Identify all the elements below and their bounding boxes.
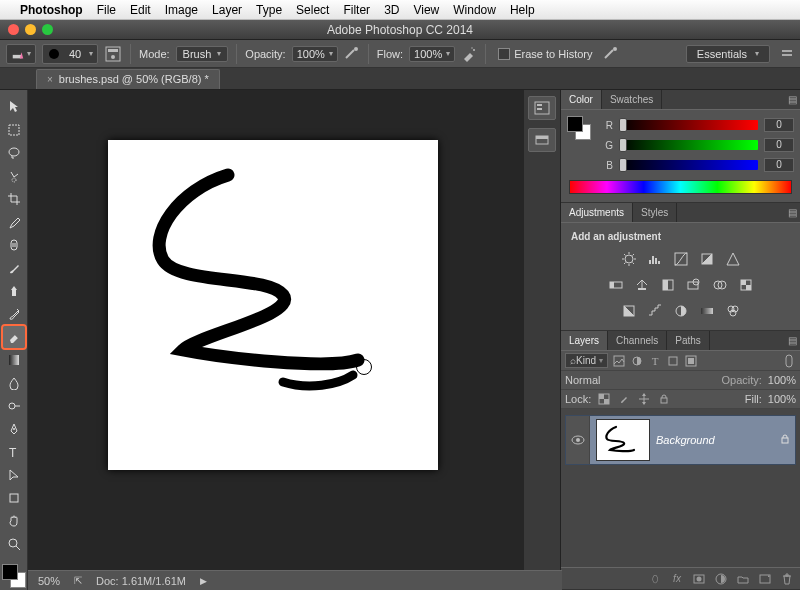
color-balance-icon[interactable] [632,276,652,294]
tab-channels[interactable]: Channels [608,331,667,350]
history-panel-button[interactable] [528,96,556,120]
filter-toggle[interactable] [782,354,796,368]
clone-stamp-tool[interactable] [3,280,25,302]
vibrance-icon[interactable] [723,250,743,268]
filter-adjust-icon[interactable] [630,354,644,368]
mode-dropdown[interactable]: Brush [176,46,229,62]
delete-layer-icon[interactable] [780,573,794,585]
tab-adjustments[interactable]: Adjustments [561,203,633,222]
blend-mode-dropdown[interactable]: Normal [565,374,716,386]
color-spectrum[interactable] [569,180,792,194]
menu-file[interactable]: File [97,3,116,17]
fg-bg-swatch[interactable] [567,116,591,140]
curves-icon[interactable] [671,250,691,268]
export-icon[interactable]: ⇱ [74,575,82,586]
close-icon[interactable]: × [47,74,53,85]
gradient-map-icon[interactable] [697,302,717,320]
menu-type[interactable]: Type [256,3,282,17]
blur-tool[interactable] [3,372,25,394]
document-canvas[interactable] [108,140,438,470]
tab-paths[interactable]: Paths [667,331,710,350]
r-slider[interactable] [619,120,758,130]
opacity-pressure-toggle[interactable] [344,46,360,62]
exposure-icon[interactable] [697,250,717,268]
new-fill-adjust-icon[interactable] [714,573,728,585]
layer-fx-icon[interactable]: fx [670,573,684,584]
gradient-tool[interactable] [3,349,25,371]
tab-styles[interactable]: Styles [633,203,677,222]
black-white-icon[interactable] [658,276,678,294]
menu-help[interactable]: Help [510,3,535,17]
panel-menu-icon[interactable]: ▤ [784,90,800,109]
eyedropper-tool[interactable] [3,211,25,233]
menu-view[interactable]: View [413,3,439,17]
path-select-tool[interactable] [3,464,25,486]
chevron-right-icon[interactable]: ▶ [200,576,207,586]
b-value[interactable]: 0 [764,158,794,172]
size-pressure-toggle[interactable] [603,46,619,62]
menu-select[interactable]: Select [296,3,329,17]
filter-smart-icon[interactable] [684,354,698,368]
dodge-tool[interactable] [3,395,25,417]
lock-image-icon[interactable] [617,393,631,405]
properties-panel-button[interactable] [528,128,556,152]
search-icon[interactable] [780,47,794,61]
tool-preset-picker[interactable]: ▾ [6,44,36,64]
new-layer-icon[interactable] [758,574,772,584]
menu-filter[interactable]: Filter [343,3,370,17]
g-slider[interactable] [619,140,758,150]
tab-layers[interactable]: Layers [561,331,608,350]
menu-layer[interactable]: Layer [212,3,242,17]
g-value[interactable]: 0 [764,138,794,152]
layer-mask-icon[interactable] [692,574,706,584]
menu-3d[interactable]: 3D [384,3,399,17]
lock-transparent-icon[interactable] [597,393,611,405]
app-menu[interactable]: Photoshop [20,3,83,17]
airbrush-toggle[interactable] [461,46,477,62]
posterize-icon[interactable] [645,302,665,320]
shape-tool[interactable] [3,487,25,509]
hand-tool[interactable] [3,510,25,532]
b-slider[interactable] [619,160,758,170]
fill-field[interactable]: 100% [768,393,796,405]
workspace-switcher[interactable]: Essentials [686,45,770,63]
type-tool[interactable]: T [3,441,25,463]
filter-type-icon[interactable]: T [648,354,662,368]
color-lookup-icon[interactable] [736,276,756,294]
menu-image[interactable]: Image [165,3,198,17]
move-tool[interactable] [3,96,25,118]
eraser-tool[interactable] [3,326,25,348]
levels-icon[interactable] [645,250,665,268]
history-brush-tool[interactable] [3,303,25,325]
channel-mixer-icon[interactable] [710,276,730,294]
healing-brush-tool[interactable] [3,234,25,256]
r-value[interactable]: 0 [764,118,794,132]
selective-color-icon[interactable] [723,302,743,320]
lock-all-icon[interactable] [657,393,671,405]
crop-tool[interactable] [3,188,25,210]
document-tab[interactable]: × brushes.psd @ 50% (RGB/8) * [36,69,220,89]
quick-select-tool[interactable] [3,165,25,187]
brush-panel-toggle[interactable] [104,45,122,63]
panel-menu-icon[interactable]: ▤ [784,203,800,222]
pen-tool[interactable] [3,418,25,440]
flow-field[interactable]: 100% [409,46,455,62]
doc-size[interactable]: Doc: 1.61M/1.61M [96,575,186,587]
zoom-tool[interactable] [3,533,25,555]
layer-row-background[interactable]: Background [565,415,796,465]
erase-to-history-check[interactable]: Erase to History [498,48,592,60]
link-layers-icon[interactable]: ⬯ [648,573,662,585]
brush-tool[interactable] [3,257,25,279]
panel-menu-icon[interactable]: ▤ [784,331,800,350]
tab-swatches[interactable]: Swatches [602,90,662,109]
marquee-tool[interactable] [3,119,25,141]
menu-edit[interactable]: Edit [130,3,151,17]
zoom-level[interactable]: 50% [38,575,60,587]
color-swatches-tool[interactable] [2,564,26,588]
lasso-tool[interactable] [3,142,25,164]
invert-icon[interactable] [619,302,639,320]
layer-opacity-field[interactable]: 100% [768,374,796,386]
opacity-field[interactable]: 100% [292,46,338,62]
layer-filter-kind[interactable]: ⌕Kind [565,353,608,368]
menu-window[interactable]: Window [453,3,496,17]
